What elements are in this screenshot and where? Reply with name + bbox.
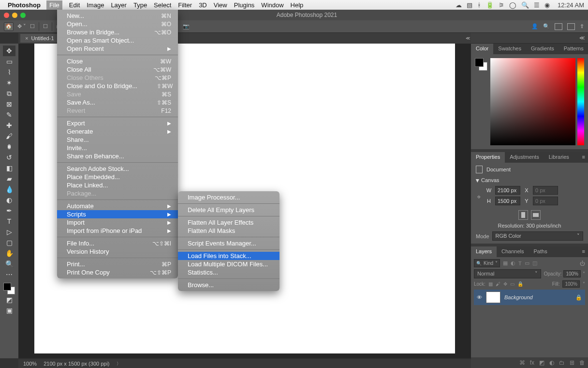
scripts-menu-item[interactable]: Delete All Empty Layers (178, 206, 279, 214)
visibility-icon[interactable]: 👁 (477, 294, 482, 300)
layer-name[interactable]: Background (504, 294, 572, 300)
filter-adjustment-icon[interactable]: ◐ (511, 260, 515, 266)
scripts-menu-item[interactable]: Image Processor... (178, 193, 279, 201)
file-menu-item[interactable]: Share... (57, 136, 178, 144)
menu-select[interactable]: Select (154, 1, 171, 9)
app-name[interactable]: Photoshop (8, 1, 41, 9)
file-menu-item[interactable]: Open Recent▶ (57, 45, 178, 53)
gradient-tool[interactable]: ▰ (3, 173, 15, 184)
history-brush-tool[interactable]: ↺ (3, 152, 15, 163)
home-button[interactable]: 🏠 (4, 22, 14, 31)
magic-wand-tool[interactable]: ✶ (3, 77, 15, 88)
file-menu-item[interactable]: Print...⌘P (57, 260, 178, 268)
menu-edit[interactable]: Edit (69, 1, 80, 9)
hue-slider[interactable] (577, 58, 584, 145)
auto-select-check[interactable]: ☐ (30, 23, 35, 30)
file-menu-item[interactable]: Export▶ (57, 119, 178, 127)
group-icon[interactable]: 🗀 (559, 359, 565, 366)
filter-pixel-icon[interactable]: ▦ (503, 260, 508, 266)
quick-mask-tool[interactable]: ◩ (3, 294, 15, 305)
eyedropper-tool[interactable]: ✎ (3, 109, 15, 120)
scripts-menu-item[interactable]: Browse... (178, 281, 279, 289)
mode-select[interactable]: RGB Color˅ (492, 231, 583, 241)
marquee-tool[interactable]: ▭ (3, 56, 15, 67)
share-icon[interactable]: ⇪ (580, 23, 584, 30)
rectangle-tool[interactable]: ▢ (3, 237, 15, 248)
cloud-icon[interactable]: ☁ (456, 1, 462, 9)
file-menu-item[interactable]: Close⌘W (57, 57, 178, 65)
color-field[interactable] (490, 58, 575, 145)
layer-filter-kind[interactable]: 🔍Kind˅ (474, 259, 500, 267)
transform-controls-check[interactable]: ☐ (43, 23, 48, 30)
close-tab-icon[interactable]: × (25, 35, 28, 41)
dodge-tool[interactable]: ◐ (3, 195, 15, 205)
move-tool-icon[interactable]: ✥ ˅ (17, 23, 26, 30)
menu-help[interactable]: Help (291, 1, 304, 9)
battery-icon[interactable]: 🔋 (486, 1, 494, 9)
file-menu-item[interactable]: Place Embedded... (57, 173, 178, 181)
file-menu-item[interactable]: Open...⌘O (57, 20, 178, 28)
opacity-input[interactable]: 100% (563, 270, 581, 277)
minimize-window-button[interactable] (12, 13, 17, 18)
move-tool[interactable]: ✥ (3, 46, 15, 56)
clock[interactable]: 12:24 AM (558, 1, 584, 9)
lock-pixels-icon[interactable]: 🖌 (496, 281, 500, 287)
color-swatch[interactable] (3, 283, 15, 294)
edit-toolbar[interactable]: ⋯ (3, 269, 15, 280)
workspace-switcher-icon[interactable] (555, 23, 562, 30)
doc-info[interactable]: 2100 px x 1500 px (300 ppi) (44, 361, 109, 367)
properties-tab-properties[interactable]: Properties (471, 152, 505, 163)
tab-overflow-icon[interactable]: ≪ (466, 36, 470, 41)
layer-style-icon[interactable]: fx (530, 359, 534, 366)
screen-mode-tool[interactable]: ▣ (3, 305, 15, 316)
path-selection-tool[interactable]: ▷ (3, 227, 15, 237)
foreground-color-icon[interactable] (3, 283, 11, 291)
landscape-button[interactable] (531, 210, 541, 220)
color-tab-color[interactable]: Color (471, 44, 493, 54)
spotlight-icon[interactable]: 🔍 (521, 1, 529, 9)
healing-brush-tool[interactable]: ✚ (3, 120, 15, 131)
frame-tool[interactable]: ⊠ (3, 99, 15, 109)
file-menu-item[interactable]: Automate▶ (57, 202, 178, 210)
brush-tool[interactable]: 🖌 (3, 131, 15, 141)
cloud-docs-icon[interactable]: 👤 (531, 23, 538, 30)
adjustment-layer-icon[interactable]: ◐ (549, 359, 554, 366)
lock-artboard-icon[interactable]: ▭ (510, 281, 514, 287)
wifi-icon[interactable]: ⚞ (499, 1, 504, 9)
layers-tab-channels[interactable]: Channels (497, 246, 529, 257)
file-menu-item[interactable]: Search Adobe Stock... (57, 165, 178, 173)
zoom-level[interactable]: 100% (23, 361, 37, 367)
layers-tab-paths[interactable]: Paths (529, 246, 552, 257)
layer-mask-icon[interactable]: ◩ (539, 359, 544, 366)
blend-mode-select[interactable]: Normal˅ (474, 269, 541, 278)
file-menu-item[interactable]: Import▶ (57, 218, 178, 227)
lasso-tool[interactable]: ⌇ (3, 67, 15, 77)
file-menu-item[interactable]: File Info...⌥⇧⌘I (57, 239, 178, 247)
menu-image[interactable]: Image (87, 1, 104, 9)
hand-tool[interactable]: ✋ (3, 248, 15, 259)
close-window-button[interactable] (4, 13, 9, 18)
bluetooth-icon[interactable]: ᚼ (477, 1, 481, 9)
menu-filter[interactable]: Filter (178, 1, 192, 9)
width-input[interactable]: 2100 px (495, 186, 520, 195)
menu-file[interactable]: File (46, 0, 62, 10)
menu-window[interactable]: Window (261, 1, 283, 9)
scripts-menu-item[interactable]: Load Multiple DICOM Files... (178, 260, 279, 268)
panel-color-swatch[interactable] (475, 58, 487, 71)
menu-view[interactable]: View (214, 1, 227, 9)
layer-row[interactable]: 👁 Background 🔒 (474, 290, 585, 305)
lock-transparency-icon[interactable]: ▦ (488, 281, 493, 287)
file-menu-item[interactable]: Share on Behance... (57, 152, 178, 160)
file-menu-item[interactable]: New...⌘N (57, 12, 178, 20)
menu-type[interactable]: Type (133, 1, 147, 9)
file-menu-item[interactable]: Place Linked... (57, 181, 178, 189)
pen-tool[interactable]: ✒ (3, 205, 15, 216)
scripts-menu-item[interactable]: Flatten All Masks (178, 227, 279, 235)
file-menu-item[interactable]: Generate▶ (57, 127, 178, 136)
layers-panel-menu-icon[interactable]: ≡ (579, 246, 588, 257)
file-menu-item[interactable]: Browse in Bridge...⌥⌘O (57, 28, 178, 36)
canvas-section-title[interactable]: Canvas (481, 177, 499, 183)
file-menu-item[interactable]: Close and Go to Bridge...⇧⌘W (57, 82, 178, 90)
scripts-menu-item[interactable]: Script Events Manager... (178, 239, 279, 247)
file-menu-item[interactable]: Print One Copy⌥⇧⌘P (57, 268, 178, 276)
